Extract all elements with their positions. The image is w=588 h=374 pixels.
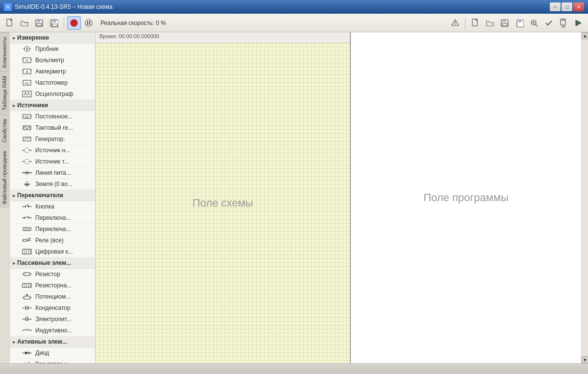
sidebar-item-sourcen[interactable]: Источник н... — [10, 145, 95, 156]
run-prog-button[interactable] — [571, 16, 585, 30]
new-file-button[interactable] — [3, 16, 17, 30]
saveas-file-button[interactable] — [47, 16, 61, 30]
electrolytic-label: Электролит... — [35, 316, 72, 323]
sidebar-item-regulator[interactable]: Регулятор н... — [10, 359, 95, 363]
category-switches[interactable]: ▸ Переключатели — [10, 190, 95, 201]
sourcen-icon — [22, 146, 32, 154]
sidebar-item-resistor[interactable]: Резистор — [10, 269, 95, 280]
toolbar: Реальная скорость: 0 % — [0, 14, 588, 32]
svg-point-56 — [24, 159, 29, 164]
svg-rect-46 — [23, 91, 31, 97]
sidebar-item-voltmeter[interactable]: V Вольтметр — [10, 55, 95, 66]
saveas-prog-button[interactable] — [513, 16, 526, 30]
check-prog-button[interactable] — [542, 16, 556, 30]
resistornet-label: Резисторна... — [35, 282, 72, 289]
upload-prog-button[interactable] — [557, 16, 570, 30]
sidebar-item-probe[interactable]: Пробник — [10, 44, 95, 55]
svg-rect-22 — [502, 23, 507, 26]
svg-text:Hz: Hz — [25, 82, 28, 85]
close-button[interactable]: ✕ — [573, 2, 584, 11]
schema-canvas[interactable]: Поле схемы — [96, 43, 350, 363]
sidebar-item-clock[interactable]: Тактовый ге... — [10, 122, 95, 134]
sidebar-item-generator[interactable]: Генератор. — [10, 134, 95, 145]
svg-text:V: V — [26, 59, 28, 62]
minimize-button[interactable]: ─ — [550, 2, 561, 11]
relay-icon — [22, 236, 32, 244]
sidebar-item-button[interactable]: Кнопка — [10, 201, 95, 212]
new-prog-button[interactable] — [468, 16, 482, 30]
arrow-sources: ▸ — [13, 103, 15, 108]
svg-rect-14 — [89, 21, 90, 25]
scrollbar-track[interactable] — [582, 39, 588, 356]
svg-marker-31 — [576, 20, 581, 26]
sidebar-item-potentiometer[interactable]: Потенциом... — [10, 291, 95, 303]
vertical-tabs-left: Компоненты Таблица RAM Свойства Файловый… — [0, 32, 10, 363]
category-passive-label: Пассивные элем... — [17, 259, 71, 266]
ground-label: Земля (0 во... — [35, 181, 73, 187]
maximize-button[interactable]: □ — [562, 2, 572, 11]
app-icon: S — [4, 3, 12, 11]
digital-icon — [22, 248, 32, 256]
pause-button[interactable] — [82, 16, 96, 30]
sidebar-item-switch2[interactable]: Переключа... — [10, 224, 95, 235]
svg-rect-80 — [23, 239, 27, 241]
open-file-button[interactable] — [18, 16, 31, 30]
svg-point-11 — [71, 20, 77, 26]
save-prog-button[interactable] — [498, 16, 512, 30]
category-passive[interactable]: ▸ Пассивные элем... — [10, 257, 95, 269]
open-prog-button[interactable] — [483, 16, 497, 30]
sidebar-item-electrolytic[interactable]: + Электролит... — [10, 314, 95, 325]
svg-rect-13 — [87, 21, 88, 25]
run-button[interactable] — [67, 16, 81, 30]
tab-ram[interactable]: Таблица RAM — [0, 71, 9, 115]
content-area: Компоненты Таблица RAM Свойства Файловый… — [0, 32, 588, 363]
sidebar-item-powerline[interactable]: Линия пита... — [10, 167, 95, 179]
tab-filedriver[interactable]: Файловый проводник — [0, 146, 9, 208]
sidebar-item-capacitor[interactable]: Конденсатор — [10, 303, 95, 314]
program-canvas[interactable]: Поле программы — [351, 32, 581, 363]
scrollbar-down-button[interactable]: ▼ — [582, 356, 588, 363]
tab-properties[interactable]: Свойства — [0, 115, 9, 146]
svg-rect-4 — [37, 23, 42, 26]
sidebar-item-ground[interactable]: Земля (0 во... — [10, 179, 95, 190]
potentiometer-icon — [22, 293, 32, 301]
title-bar: S SimulIDE-0.4.13-SR5 – Новая схема ─ □ … — [0, 0, 588, 14]
arrow-passive: ▸ — [13, 260, 15, 266]
clock-label: Тактовый ге... — [35, 124, 73, 131]
sidebar-item-ammeter[interactable]: A Амперметр — [10, 66, 95, 77]
category-sources[interactable]: ▸ Источники — [10, 100, 95, 111]
digital-label: Цифровая к... — [35, 248, 73, 255]
sidebar-item-digital[interactable]: Цифровая к... — [10, 246, 95, 257]
voltmeter-icon: V — [22, 56, 32, 64]
sidebar-item-switch1[interactable]: Переключа... — [10, 212, 95, 224]
tab-components[interactable]: Компоненты — [0, 32, 9, 71]
save-file-button[interactable] — [32, 16, 46, 30]
svg-rect-3 — [37, 20, 40, 22]
electrolytic-icon: + — [22, 315, 32, 323]
category-measurement[interactable]: ▸ Измерение — [10, 32, 95, 44]
program-panel: Поле программы — [351, 32, 581, 363]
generator-icon — [22, 135, 32, 143]
scrollbar-up-button[interactable]: ▲ — [582, 32, 588, 39]
status-bar — [0, 363, 588, 374]
sourcen-label: Источник н... — [35, 147, 70, 154]
capacitor-label: Конденсатор — [35, 304, 71, 311]
sidebar-item-relay[interactable]: Реле (все) — [10, 235, 95, 246]
category-active[interactable]: ▸ Активные элем... — [10, 336, 95, 348]
svg-text:DC: DC — [25, 116, 29, 118]
sidebar-item-inductor[interactable]: Индуктивно... — [10, 325, 95, 336]
switch2-icon — [22, 225, 32, 233]
freqmeter-label: Частотомер — [35, 79, 68, 86]
svg-rect-100 — [24, 296, 30, 299]
sidebar-item-diode[interactable]: Диод — [10, 348, 95, 359]
zoom-button[interactable] — [527, 16, 541, 30]
nav-icon[interactable] — [448, 16, 462, 30]
resistornet-icon — [22, 281, 32, 289]
sidebar-item-sourcet[interactable]: Источник т... — [10, 156, 95, 167]
sidebar-item-oscilloscope[interactable]: Осциллограф — [10, 89, 95, 100]
dc-label: Постоянное... — [35, 113, 73, 120]
sidebar-item-freqmeter[interactable]: Hz Частотомер — [10, 77, 95, 89]
ground-icon — [22, 180, 32, 188]
sidebar-item-resistornet[interactable]: Резисторна... — [10, 280, 95, 291]
sidebar-item-dc[interactable]: DC Постоянное... — [10, 111, 95, 122]
